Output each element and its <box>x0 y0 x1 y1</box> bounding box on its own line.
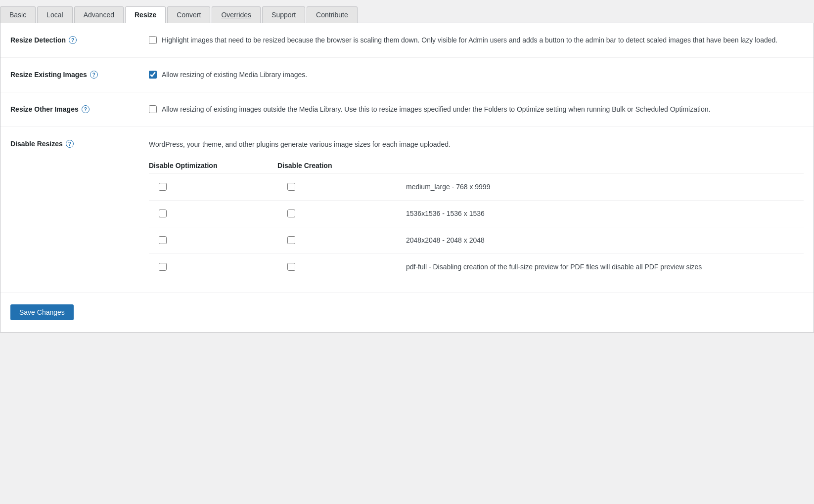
disable-opt-checkbox-1[interactable] <box>159 210 167 217</box>
resize-detection-help-icon[interactable]: ? <box>69 36 77 44</box>
resize-existing-checkbox-row: Allow resizing of existing Media Library… <box>149 70 804 80</box>
col-disable-opt: Disable Optimization <box>149 158 277 174</box>
disable-create-cell-3 <box>277 254 406 281</box>
resize-size-label-0: medium_large - 768 x 9999 <box>406 174 804 201</box>
resize-detection-description[interactable]: Highlight images that need to be resized… <box>162 35 777 45</box>
resize-detection-content: Highlight images that need to be resized… <box>149 35 804 45</box>
disable-opt-cell-3 <box>149 254 277 281</box>
resize-existing-label: Resize Existing Images <box>10 71 87 79</box>
resize-other-label: Resize Other Images <box>10 105 79 113</box>
table-row: 1536x1536 - 1536 x 1536 <box>149 201 804 227</box>
table-row: 2048x2048 - 2048 x 2048 <box>149 227 804 254</box>
disable-create-checkbox-3[interactable] <box>287 263 295 271</box>
disable-resizes-content: WordPress, your theme, and other plugins… <box>149 139 804 280</box>
tab-local[interactable]: Local <box>37 6 72 23</box>
settings-panel: Resize Detection ? Highlight images that… <box>0 23 814 333</box>
disable-resizes-intro: WordPress, your theme, and other plugins… <box>149 139 804 150</box>
resize-detection-label-col: Resize Detection ? <box>10 35 149 44</box>
disable-resizes-help-icon[interactable]: ? <box>66 140 74 148</box>
resize-detection-label: Resize Detection <box>10 36 66 44</box>
table-row: medium_large - 768 x 9999 <box>149 174 804 201</box>
disable-opt-cell-2 <box>149 227 277 254</box>
tab-basic[interactable]: Basic <box>0 6 36 23</box>
disable-resizes-row: Disable Resizes ? WordPress, your theme,… <box>0 127 814 293</box>
col-size-label <box>406 158 804 174</box>
resize-other-content: Allow resizing of existing images outsid… <box>149 104 804 115</box>
tabs-bar: BasicLocalAdvancedResizeConvertOverrides… <box>0 0 814 23</box>
resize-detection-row: Resize Detection ? Highlight images that… <box>0 23 814 58</box>
resize-other-checkbox-row: Allow resizing of existing images outsid… <box>149 104 804 115</box>
resize-other-row: Resize Other Images ? Allow resizing of … <box>0 92 814 127</box>
table-row: pdf-full - Disabling creation of the ful… <box>149 254 804 281</box>
disable-create-checkbox-2[interactable] <box>287 236 295 244</box>
disable-create-cell-0 <box>277 174 406 201</box>
disable-opt-cell-1 <box>149 201 277 227</box>
tab-convert[interactable]: Convert <box>167 6 210 23</box>
tab-overrides[interactable]: Overrides <box>212 6 261 23</box>
resize-other-description[interactable]: Allow resizing of existing images outsid… <box>162 104 710 115</box>
resize-size-label-3: pdf-full - Disabling creation of the ful… <box>406 254 804 281</box>
col-disable-create: Disable Creation <box>277 158 406 174</box>
resize-existing-help-icon[interactable]: ? <box>90 71 98 79</box>
resize-other-checkbox[interactable] <box>149 105 157 113</box>
resize-existing-description[interactable]: Allow resizing of existing Media Library… <box>162 70 307 80</box>
disable-opt-checkbox-3[interactable] <box>159 263 167 271</box>
tab-resize[interactable]: Resize <box>125 6 166 23</box>
disable-opt-cell-0 <box>149 174 277 201</box>
resize-existing-checkbox[interactable] <box>149 71 157 79</box>
main-content: Resize Detection ? Highlight images that… <box>0 23 814 333</box>
resize-size-label-1: 1536x1536 - 1536 x 1536 <box>406 201 804 227</box>
resize-table: Disable Optimization Disable Creation me… <box>149 158 804 280</box>
disable-create-checkbox-0[interactable] <box>287 183 295 191</box>
disable-opt-checkbox-2[interactable] <box>159 236 167 244</box>
disable-opt-checkbox-0[interactable] <box>159 183 167 191</box>
save-changes-button[interactable]: Save Changes <box>10 304 74 320</box>
resize-other-label-col: Resize Other Images ? <box>10 104 149 113</box>
tab-contribute[interactable]: Contribute <box>307 6 358 23</box>
resize-existing-content: Allow resizing of existing Media Library… <box>149 70 804 80</box>
tab-support[interactable]: Support <box>262 6 305 23</box>
disable-create-cell-1 <box>277 201 406 227</box>
resize-existing-row: Resize Existing Images ? Allow resizing … <box>0 58 814 92</box>
resize-size-label-2: 2048x2048 - 2048 x 2048 <box>406 227 804 254</box>
disable-create-cell-2 <box>277 227 406 254</box>
disable-resizes-label: Disable Resizes <box>10 140 63 148</box>
disable-resizes-label-col: Disable Resizes ? <box>10 139 149 148</box>
save-btn-row: Save Changes <box>0 293 814 332</box>
resize-existing-label-col: Resize Existing Images ? <box>10 70 149 79</box>
tab-advanced[interactable]: Advanced <box>74 6 124 23</box>
resize-detection-checkbox-row: Highlight images that need to be resized… <box>149 35 804 45</box>
resize-detection-checkbox[interactable] <box>149 36 157 44</box>
resize-other-help-icon[interactable]: ? <box>82 105 90 113</box>
disable-create-checkbox-1[interactable] <box>287 210 295 217</box>
